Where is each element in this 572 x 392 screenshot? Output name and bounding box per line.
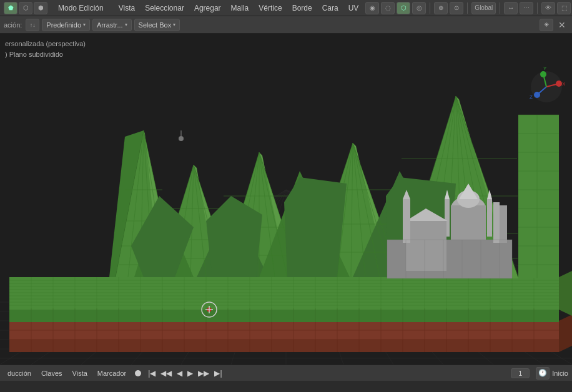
scene-svg: X Y Z xyxy=(0,34,572,365)
bottom-vista[interactable]: Vista xyxy=(69,368,91,378)
separator-6 xyxy=(537,2,538,14)
separator-5 xyxy=(500,2,500,14)
svg-rect-208 xyxy=(406,221,446,271)
snap-icon[interactable]: ⊕ xyxy=(434,2,448,14)
proportional-icon[interactable]: ⊙ xyxy=(450,2,463,14)
svg-marker-197 xyxy=(284,177,347,277)
orientation-icon[interactable]: ↑↓ xyxy=(26,19,39,31)
menu-cara[interactable]: Cara xyxy=(318,2,343,14)
bottom-produccion[interactable]: ducción xyxy=(4,368,35,378)
viewport-wire-icon[interactable]: ◌ xyxy=(381,2,395,14)
inicio-label: Inicio xyxy=(552,370,568,377)
drag-dropdown[interactable]: Arrastr... ▾ xyxy=(92,19,132,31)
svg-point-226 xyxy=(540,71,546,77)
extras-icon[interactable]: ⋯ xyxy=(520,2,533,14)
top-menubar: ⬟ ⬡ ⬢ Modo Edición Vista Seleccionar Agr… xyxy=(0,0,572,16)
step-forward-btn[interactable]: ▶▶ xyxy=(196,368,211,379)
viewport-material-icon[interactable]: ◎ xyxy=(412,2,426,14)
bottom-bar: ducción Claves Vista Marcador |◀ ◀◀ ◀ ▶ … xyxy=(0,365,572,381)
viewport-rendered-icon[interactable]: ⬡ xyxy=(397,2,410,14)
proportional-edit-icon[interactable]: ✳ xyxy=(540,19,553,31)
svg-rect-201 xyxy=(451,205,486,240)
playback-controls: |◀ ◀◀ ◀ ▶ ▶▶ ▶| xyxy=(146,368,224,379)
menu-vista[interactable]: Vista xyxy=(114,2,139,14)
edge-mode-icon[interactable]: ⬡ xyxy=(19,2,32,14)
corner-icons: ◉ ◌ ⬡ ◎ ⊕ ⊙ Global ↔ ⋯ 👁 ⬚ 🌐 xyxy=(365,2,572,14)
svg-point-227 xyxy=(534,92,540,98)
svg-marker-27 xyxy=(559,315,572,352)
predefined-arrow: ▾ xyxy=(83,22,86,27)
svg-marker-184 xyxy=(518,115,559,278)
svg-rect-213 xyxy=(500,205,507,243)
separator-4 xyxy=(467,2,468,14)
jump-start-btn[interactable]: |◀ xyxy=(146,368,157,379)
xray-icon[interactable]: ⬚ xyxy=(557,2,571,14)
mode-icons: ⬟ ⬡ ⬢ xyxy=(4,2,47,14)
play-btn[interactable]: ▶ xyxy=(185,368,195,379)
predefined-dropdown[interactable]: Predefinido ▾ xyxy=(42,19,90,31)
svg-marker-30 xyxy=(559,271,572,316)
menu-seleccionar[interactable]: Seleccionar xyxy=(141,2,189,14)
drag-arrow: ▾ xyxy=(125,22,127,27)
header-bar: ación: ↑↓ Predefinido ▾ Arrastr... ▾ Sel… xyxy=(0,16,572,34)
bottom-claves[interactable]: Claves xyxy=(37,368,66,378)
svg-text:Z: Z xyxy=(530,94,533,100)
svg-point-225 xyxy=(556,81,562,87)
svg-marker-28 xyxy=(9,308,559,322)
menu-agregar[interactable]: Agregar xyxy=(190,2,225,14)
global-dropdown[interactable]: Global xyxy=(471,2,496,14)
svg-marker-25 xyxy=(9,340,559,352)
jump-end-btn[interactable]: ▶| xyxy=(212,368,224,379)
step-back-btn[interactable]: ◀ xyxy=(175,368,184,379)
menu-borde[interactable]: Borde xyxy=(288,2,317,14)
svg-rect-210 xyxy=(403,199,410,243)
frame-number[interactable]: 1 xyxy=(511,368,530,378)
vertex-mode-icon[interactable]: ⬟ xyxy=(4,2,17,14)
svg-text:X: X xyxy=(562,81,566,87)
transform-icon[interactable]: ↔ xyxy=(504,2,518,14)
viewport-3d[interactable]: X Y Z ersonalizada (perspectiva) ) Plano… xyxy=(0,34,572,365)
selectbox-arrow: ▾ xyxy=(173,22,175,27)
separator-3 xyxy=(430,2,430,14)
menu-modo-edicion[interactable]: Modo Edición xyxy=(54,2,108,14)
predefined-label: Predefinido xyxy=(46,21,81,29)
menu-vertice[interactable]: Vértice xyxy=(254,2,286,14)
bottom-marcador[interactable]: Marcador xyxy=(94,368,130,378)
prev-keyframe-btn[interactable]: ◀◀ xyxy=(159,368,174,379)
viewport-solid-icon[interactable]: ◉ xyxy=(365,2,379,14)
face-mode-icon[interactable]: ⬢ xyxy=(34,2,47,14)
svg-text:Y: Y xyxy=(543,66,547,71)
svg-point-235 xyxy=(179,136,184,141)
svg-rect-212 xyxy=(493,202,500,243)
close-header-icon[interactable]: ✕ xyxy=(556,19,568,31)
menu-uv[interactable]: UV xyxy=(344,2,363,14)
clock-area: 🕐 Inicio xyxy=(536,367,568,380)
orientation-label: ación: xyxy=(4,21,22,29)
clock-icon[interactable]: 🕐 xyxy=(536,367,550,380)
selectbox-dropdown[interactable]: Select Box ▾ xyxy=(134,19,180,31)
selectbox-label: Select Box xyxy=(139,21,172,29)
overlay-icon[interactable]: 👁 xyxy=(541,2,555,14)
menu-malla[interactable]: Malla xyxy=(227,2,254,14)
timeline-marker xyxy=(135,370,141,376)
svg-rect-206 xyxy=(487,199,492,237)
svg-marker-29 xyxy=(9,277,559,310)
drag-label: Arrastr... xyxy=(97,21,123,29)
